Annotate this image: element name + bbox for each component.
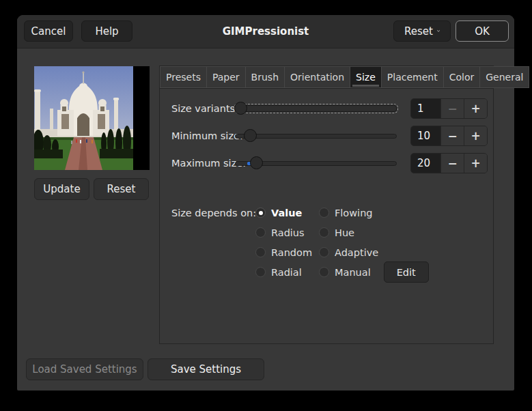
minus-button[interactable]: − (440, 99, 464, 118)
radio-button-icon[interactable] (255, 227, 266, 238)
radio-option-value[interactable]: Value (255, 203, 312, 223)
update-preview-button[interactable]: Update (34, 178, 89, 200)
radio-label: Manual (335, 267, 371, 278)
size-variants-spinbox: 1 − + (410, 98, 488, 119)
tab-general[interactable]: General (479, 66, 529, 88)
tab-color[interactable]: Color (443, 66, 481, 88)
tab-bar: Presets Paper Brush Orientation Size Pla… (160, 66, 493, 89)
size-tab-panel: Size variants: 1 − + Minimum size: (160, 88, 493, 343)
size-depends-on-label: Size depends on: (171, 208, 256, 218)
slider-knob[interactable] (250, 156, 263, 169)
radio-option-radial[interactable]: Radial (255, 262, 312, 282)
radio-button-icon[interactable] (255, 267, 266, 277)
help-button[interactable]: Help (81, 20, 132, 42)
plus-button[interactable]: + (464, 99, 487, 118)
radio-option-adaptive[interactable]: Adaptive (319, 242, 429, 262)
radio-button-icon[interactable] (255, 247, 266, 257)
radio-option-flowing[interactable]: Flowing (319, 203, 429, 223)
radio-option-hue[interactable]: Hue (319, 223, 429, 242)
radio-option-manual[interactable]: Manual Edit (319, 262, 429, 282)
maximum-size-value[interactable]: 20 (411, 154, 440, 173)
save-settings-button[interactable]: Save Settings (148, 358, 264, 380)
gimpressionist-dialog: Cancel Help GIMPressionist Reset OK (17, 15, 514, 391)
slider-track[interactable] (235, 105, 397, 112)
minimum-size-value[interactable]: 10 (411, 126, 440, 145)
depends-options-column-1: Value Radius Random Radial (255, 203, 312, 282)
cancel-button[interactable]: Cancel (24, 20, 73, 42)
slider-track[interactable] (235, 134, 397, 139)
plus-button[interactable]: + (464, 154, 487, 173)
radio-button-icon[interactable] (319, 208, 329, 218)
edit-button[interactable]: Edit (384, 261, 429, 283)
size-variants-value[interactable]: 1 (411, 99, 440, 118)
taj-mahal-photo (34, 66, 133, 170)
settings-notebook: Presets Paper Brush Orientation Size Pla… (159, 66, 494, 344)
radio-button-icon[interactable] (319, 267, 329, 277)
tab-paper[interactable]: Paper (206, 66, 246, 88)
reset-dropdown-button[interactable]: Reset (393, 20, 451, 42)
ok-button[interactable]: OK (456, 20, 509, 42)
tab-orientation[interactable]: Orientation (284, 66, 350, 88)
depends-options-column-2: Flowing Hue Adaptive Manual Edit (319, 203, 429, 282)
radio-label: Value (271, 208, 302, 218)
tab-placement[interactable]: Placement (381, 66, 444, 88)
screen: Cancel Help GIMPressionist Reset OK (0, 0, 532, 411)
minus-button[interactable]: − (440, 126, 464, 145)
radio-label: Radius (271, 227, 305, 238)
chevron-down-icon (437, 28, 440, 34)
minus-button[interactable]: − (440, 154, 464, 173)
maximum-size-spinbox: 20 − + (410, 153, 488, 173)
tab-size[interactable]: Size (350, 66, 382, 88)
maximum-size-slider[interactable] (235, 156, 397, 170)
radio-button-icon[interactable] (255, 208, 266, 218)
radio-label: Radial (271, 267, 302, 278)
header-bar: Cancel Help GIMPressionist Reset OK (17, 15, 514, 48)
size-variants-label: Size variants: (171, 103, 238, 114)
slider-knob[interactable] (244, 129, 257, 142)
plus-button[interactable]: + (464, 126, 487, 145)
preview-image (34, 66, 150, 170)
minimum-size-spinbox: 10 − + (410, 126, 488, 146)
radio-label: Hue (335, 227, 354, 238)
radio-button-icon[interactable] (319, 227, 329, 238)
minimum-size-label: Minimum size: (171, 130, 243, 141)
radio-option-radius[interactable]: Radius (255, 223, 312, 242)
tab-brush[interactable]: Brush (245, 66, 285, 88)
minimum-size-slider[interactable] (235, 129, 397, 143)
load-saved-settings-button[interactable]: Load Saved Settings (26, 358, 143, 380)
reset-preview-button[interactable]: Reset (94, 178, 149, 200)
radio-label: Adaptive (335, 247, 378, 258)
tab-presets[interactable]: Presets (160, 66, 207, 88)
radio-option-random[interactable]: Random (255, 242, 312, 262)
radio-label: Random (271, 247, 312, 258)
radio-button-icon[interactable] (319, 247, 329, 257)
reset-dropdown-label: Reset (404, 25, 433, 38)
radio-label: Flowing (335, 208, 373, 218)
slider-knob[interactable] (234, 102, 247, 115)
size-variants-slider[interactable] (235, 102, 397, 115)
